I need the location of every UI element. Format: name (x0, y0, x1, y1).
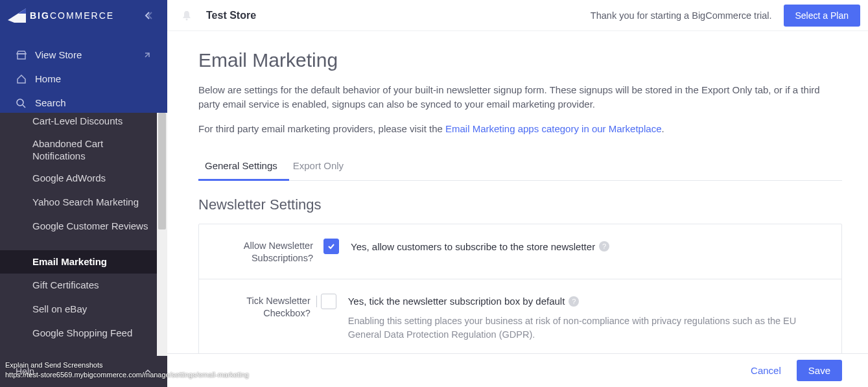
topbar: Test Store Thank you for starting a BigC… (167, 0, 868, 31)
logo-mark-icon (8, 8, 26, 23)
primary-nav: View Store Home Search (0, 31, 167, 115)
field-hint: Enabling this setting places your busine… (348, 314, 826, 342)
sidebar-item-google-shopping[interactable]: Google Shopping Feed (0, 322, 167, 346)
checkbox-label: Yes, allow customers to subscribe to the… (351, 241, 595, 252)
sidebar-item-email-marketing[interactable]: Email Marketing (0, 250, 167, 274)
sidebar-item-google-adwords[interactable]: Google AdWords (0, 167, 167, 191)
svg-point-3 (17, 99, 23, 106)
svg-line-4 (23, 105, 25, 108)
allow-subscriptions-checkbox[interactable] (323, 239, 339, 254)
collapse-sidebar-button[interactable] (140, 8, 156, 23)
help-label: Help (16, 366, 34, 377)
nav-label: Search (35, 97, 66, 108)
sidebar-item-abandoned-cart[interactable]: Abandoned Cart Notifications (0, 134, 167, 167)
sidebar-item-yahoo-search[interactable]: Yahoo Search Marketing (0, 191, 167, 215)
help-tooltip-icon[interactable]: ? (569, 296, 579, 307)
sidebar-subnav: Cart-Level Discounts Abandoned Cart Noti… (0, 113, 167, 356)
field-tick-checkbox: Tick Newsletter Checkbox? Yes, tick the … (199, 279, 841, 353)
select-plan-button[interactable]: Select a Plan (784, 5, 861, 27)
field-label: Tick Newsletter Checkbox? (215, 294, 316, 342)
sidebar: BIGCOMMERCE View Store Home Search Cart-… (0, 0, 167, 387)
store-name: Test Store (206, 10, 256, 21)
notifications-icon[interactable] (179, 8, 194, 23)
cancel-button[interactable]: Cancel (751, 365, 781, 376)
help-tooltip-icon[interactable]: ? (599, 241, 609, 252)
page-title: Email Marketing (198, 49, 842, 71)
check-icon (327, 242, 336, 251)
svg-rect-2 (18, 54, 25, 59)
sidebar-item-gift-certificates[interactable]: Gift Certificates (0, 274, 167, 298)
sidebar-item-sell-ebay[interactable]: Sell on eBay (0, 298, 167, 322)
field-label: Allow Newsletter Subscriptions? (215, 239, 318, 264)
nav-view-store[interactable]: View Store (0, 43, 167, 67)
brand-name: BIGCOMMERCE (30, 10, 114, 21)
marketplace-link[interactable]: Email Marketing apps category in our Mar… (445, 123, 662, 134)
nav-home[interactable]: Home (0, 67, 167, 91)
tick-newsletter-checkbox[interactable] (321, 294, 336, 309)
section-title: Newsletter Settings (198, 196, 842, 213)
nav-search[interactable]: Search (0, 91, 167, 115)
logo-row: BIGCOMMERCE (0, 0, 167, 31)
nav-label: Home (35, 73, 61, 84)
home-icon (16, 74, 27, 84)
newsletter-settings-panel: Allow Newsletter Subscriptions? Yes, all… (198, 224, 842, 353)
storefront-icon (16, 50, 27, 60)
external-link-icon (143, 51, 152, 60)
sidebar-scrollbar[interactable] (157, 113, 167, 356)
tab-export-only[interactable]: Export Only (287, 154, 353, 180)
save-button[interactable]: Save (797, 360, 842, 381)
checkbox-label: Yes, tick the newsletter subscription bo… (348, 296, 565, 307)
sidebar-help[interactable]: Help (0, 356, 167, 387)
footer-actions: Cancel Save (167, 353, 868, 387)
intro-paragraph-2: For third party email marketing provider… (198, 122, 840, 136)
svg-point-5 (186, 18, 188, 20)
intro-paragraph-1: Below are settings for the default behav… (198, 83, 840, 111)
trial-message: Thank you for starting a BigCommerce tri… (591, 10, 772, 21)
sidebar-item-cart-discounts[interactable]: Cart-Level Discounts (0, 113, 167, 134)
main-content: Email Marketing Below are settings for t… (167, 31, 868, 353)
search-icon (16, 98, 27, 108)
brand-logo: BIGCOMMERCE (8, 8, 114, 23)
nav-label: View Store (35, 49, 82, 60)
chevron-up-icon (144, 368, 152, 375)
sidebar-scrollbar-thumb[interactable] (158, 113, 166, 229)
field-allow-subscriptions: Allow Newsletter Subscriptions? Yes, all… (199, 224, 841, 279)
tabs: General Settings Export Only (198, 154, 842, 181)
tab-general-settings[interactable]: General Settings (198, 154, 287, 180)
sidebar-item-google-reviews[interactable]: Google Customer Reviews (0, 215, 167, 239)
